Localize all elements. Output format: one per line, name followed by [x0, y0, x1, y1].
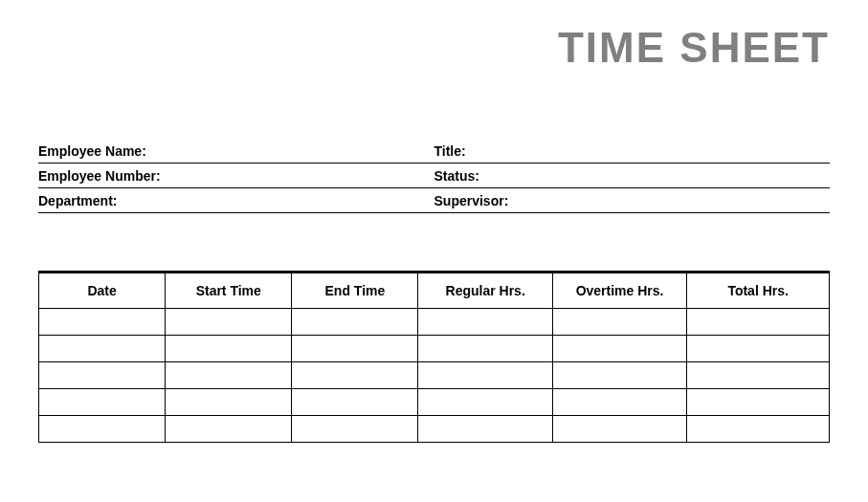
employee-name-label: Employee Name:	[38, 143, 434, 159]
table-row	[39, 309, 830, 336]
cell	[292, 416, 418, 443]
cell	[292, 309, 418, 336]
employee-number-label: Employee Number:	[38, 168, 434, 184]
cell	[166, 336, 292, 362]
cell	[166, 416, 292, 443]
info-row: Employee Name: Title:	[38, 139, 830, 164]
cell	[687, 389, 830, 416]
timesheet-table: Date Start Time End Time Regular Hrs. Ov…	[38, 271, 830, 443]
cell	[166, 362, 292, 389]
cell	[418, 416, 552, 443]
status-label: Status:	[434, 168, 831, 184]
cell	[39, 416, 166, 443]
cell	[39, 309, 166, 336]
cell	[687, 309, 830, 336]
document-title: TIME SHEET	[38, 24, 830, 72]
cell	[39, 362, 166, 389]
cell	[552, 336, 686, 362]
header-end-time: End Time	[292, 273, 418, 309]
cell	[39, 336, 166, 362]
header-overtime-hrs: Overtime Hrs.	[552, 273, 686, 309]
header-regular-hrs: Regular Hrs.	[418, 273, 552, 309]
cell	[39, 389, 166, 416]
cell	[292, 389, 418, 416]
info-row: Department: Supervisor:	[38, 188, 830, 213]
cell	[687, 416, 830, 443]
employee-info-section: Employee Name: Title: Employee Number: S…	[38, 139, 830, 213]
cell	[552, 389, 686, 416]
info-row: Employee Number: Status:	[38, 164, 830, 188]
table-header-row: Date Start Time End Time Regular Hrs. Ov…	[39, 273, 830, 309]
cell	[166, 389, 292, 416]
cell	[552, 309, 686, 336]
table-row	[39, 336, 830, 362]
table-row	[39, 416, 830, 443]
cell	[418, 389, 552, 416]
cell	[292, 362, 418, 389]
cell	[418, 362, 552, 389]
header-total-hrs: Total Hrs.	[687, 273, 830, 309]
table-row	[39, 362, 830, 389]
header-date: Date	[39, 273, 166, 309]
header-start-time: Start Time	[166, 273, 292, 309]
supervisor-label: Supervisor:	[434, 193, 831, 208]
cell	[292, 336, 418, 362]
department-label: Department:	[38, 193, 434, 208]
cell	[418, 309, 552, 336]
cell	[552, 362, 686, 389]
cell	[418, 336, 552, 362]
table-row	[39, 389, 830, 416]
cell	[552, 416, 686, 443]
cell	[166, 309, 292, 336]
cell	[687, 336, 830, 362]
cell	[687, 362, 830, 389]
title-label: Title:	[434, 143, 831, 159]
